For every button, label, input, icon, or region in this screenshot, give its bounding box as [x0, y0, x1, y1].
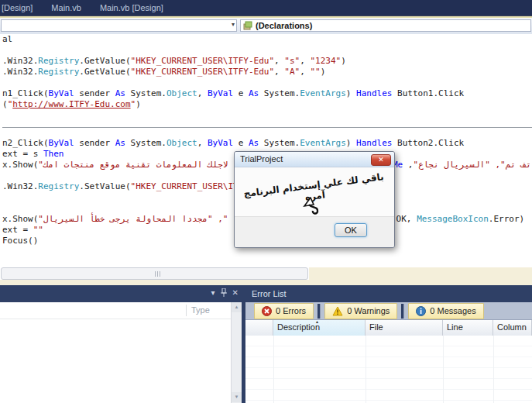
left-tool-window: Type ▲ ▼	[0, 302, 242, 403]
grid-column-line	[493, 336, 494, 403]
code-line	[0, 110, 532, 121]
grid-column-line	[443, 336, 444, 403]
toolbar-separator	[317, 304, 321, 319]
code-fragment: .OK, MessageBoxIcon.Error)	[391, 214, 524, 225]
editor-navigation-bar: ▾ (Declarations)	[0, 18, 532, 35]
chevron-down-icon[interactable]: ▾	[232, 21, 235, 28]
column-header-column[interactable]: Column	[493, 320, 532, 336]
vertical-scrollbar[interactable]: ▲ ▼	[231, 302, 242, 403]
scroll-up-button[interactable]: ▲	[232, 302, 242, 312]
procedure-divider	[0, 127, 532, 138]
dialog-close-button[interactable]: ✕	[371, 154, 391, 166]
info-icon	[416, 306, 426, 316]
editor-bottom-strip	[0, 280, 532, 285]
sort-indicator-icon: ▴	[316, 320, 318, 324]
cursor-arrow-icon	[303, 197, 326, 217]
scroll-down-button[interactable]: ▼	[232, 392, 242, 402]
code-line	[0, 45, 532, 56]
scrollbar-grip[interactable]	[155, 271, 156, 277]
declarations-combo[interactable]: (Declarations)	[240, 19, 531, 32]
column-header-file[interactable]: File	[366, 320, 443, 336]
column-header-line[interactable]: Line	[443, 320, 493, 336]
toolbar-separator	[401, 304, 404, 319]
members-combo[interactable]: ▾	[1, 19, 237, 32]
error-list-toolbar: 0 Errors0 Warnings0 Messages	[245, 302, 532, 320]
pin-icon[interactable]	[221, 288, 227, 297]
code-line: ("http://www.ITFY-Edu.com")	[0, 99, 532, 110]
error-filter-button[interactable]: 0 Errors	[254, 303, 314, 319]
close-icon[interactable]: ✕	[232, 288, 239, 297]
code-line: al	[0, 34, 532, 45]
error-list-title[interactable]: Error List	[245, 285, 532, 302]
filter-button-label: 0 Errors	[276, 306, 306, 315]
horizontal-scrollbar[interactable]	[1, 267, 308, 280]
column-header-description[interactable]: Description▴	[273, 320, 366, 336]
code-line: n1_Click(ByVal sender As System.Object, …	[0, 88, 532, 99]
error-list-panel: 0 Errors0 Warnings0 Messages Description…	[245, 302, 532, 403]
declarations-combo-value: (Declarations)	[256, 21, 312, 30]
close-icon: ✕	[378, 156, 384, 164]
column-header[interactable]	[245, 320, 273, 336]
declarations-icon	[243, 21, 252, 30]
error-icon	[262, 306, 272, 316]
error-list-grid[interactable]	[245, 336, 532, 403]
document-tab[interactable]: Main.vb	[42, 3, 91, 12]
grid-column-line	[273, 336, 274, 403]
ide-window: [Design]Main.vbMain.vb [Design] ▾ (Decla…	[0, 0, 532, 403]
trial-dialog: TrialProject ✕ باقي لك علي إستخدام البرن…	[234, 151, 395, 248]
info-filter-button[interactable]: 0 Messages	[408, 303, 483, 319]
filter-button-label: 0 Warnings	[347, 306, 390, 315]
grid-column-line	[366, 336, 366, 403]
code-fragment: Me ,"نجاع السيريال" ,"تم تف	[393, 160, 531, 170]
document-tab[interactable]: [Design]	[0, 3, 42, 12]
code-line: .Win32.Registry.GetValue("HKEY_CURRENT_U…	[0, 67, 532, 78]
code-line: n2_Click(ByVal sender As System.Object, …	[0, 138, 532, 149]
dialog-footer: OK	[235, 216, 394, 247]
code-line: .Win32.Registry.GetValue("HKEY_CURRENT_U…	[0, 56, 532, 67]
filter-button-label: 0 Messages	[430, 306, 475, 315]
warning-icon	[332, 306, 343, 316]
document-tab[interactable]: Main.vb [Design]	[91, 3, 173, 12]
left-tool-window-titlebar[interactable]: ▾ ✕	[0, 285, 242, 302]
error-list-column-headers: Description▴FileLineColumn	[245, 320, 532, 336]
dialog-body: باقي لك علي إستخدام البرنامج آمره	[235, 167, 394, 213]
editor-bottom-filler	[309, 267, 532, 280]
left-pane-header-row: Type	[0, 302, 232, 319]
document-tab-strip: [Design]Main.vbMain.vb [Design]	[0, 0, 532, 16]
dialog-title: TrialProject	[240, 154, 283, 164]
bottom-dock-area: ▾ ✕ Error List Type ▲ ▼ 0 Erro	[0, 285, 532, 403]
warning-filter-button[interactable]: 0 Warnings	[324, 303, 397, 319]
ok-button[interactable]: OK	[335, 223, 367, 237]
window-menu-chevron-icon[interactable]: ▾	[211, 288, 215, 297]
code-line	[0, 78, 532, 88]
column-divider	[186, 305, 187, 316]
type-column-header[interactable]: Type	[191, 305, 210, 315]
